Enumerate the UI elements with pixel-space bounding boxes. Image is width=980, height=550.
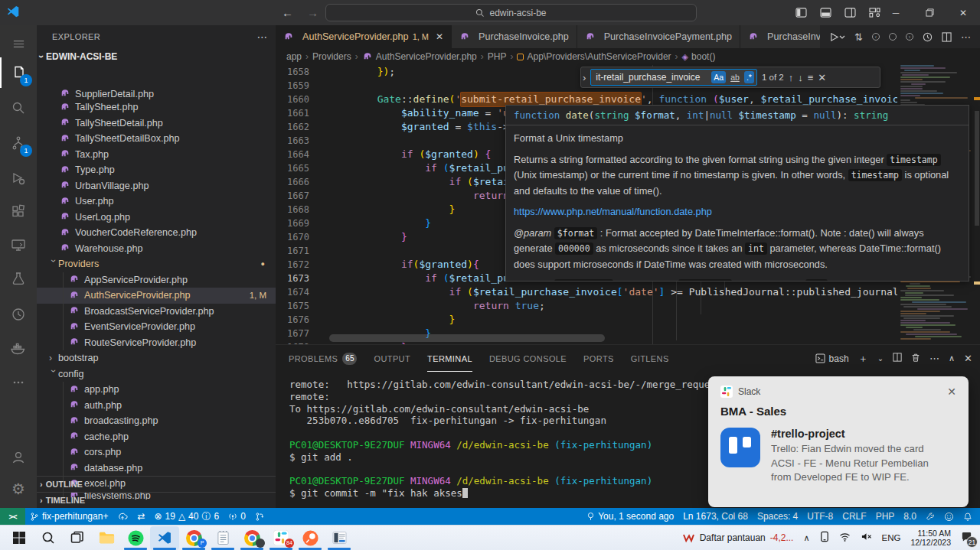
feedback-smiley-icon[interactable] <box>939 508 959 525</box>
panel-tab-debug-console[interactable]: DEBUG CONSOLE <box>489 345 567 372</box>
terminal-dropdown-icon[interactable]: ⌄ <box>877 354 884 363</box>
chrome-profile1-icon[interactable]: P <box>179 526 208 550</box>
tree-item[interactable]: VoucherCodeReference.php <box>37 225 276 241</box>
toggle-sidebar-icon[interactable] <box>795 8 807 18</box>
encoding[interactable]: UTF-8 <box>802 508 838 525</box>
account-icon[interactable] <box>0 442 37 473</box>
wrench-icon[interactable] <box>921 508 939 525</box>
sync-changes-icon[interactable] <box>113 508 132 525</box>
panel-tab-gitlens[interactable]: GITLENS <box>631 345 669 372</box>
compare-changes-icon[interactable]: ⇅ <box>854 31 863 43</box>
media-app-icon[interactable] <box>325 526 354 550</box>
indentation[interactable]: Spaces: 4 <box>753 508 802 525</box>
tree-item[interactable]: TallySheetDetail.php <box>37 116 276 132</box>
tree-folder[interactable]: ›bootstrap <box>37 350 276 366</box>
find-prev-icon[interactable]: ↑ <box>789 72 794 83</box>
find-next-icon[interactable]: ↓ <box>798 72 803 83</box>
menu-icon[interactable] <box>0 28 37 59</box>
problems-indicator[interactable]: ⊗19 △40 ⓘ6 <box>149 508 224 525</box>
panel-tab-ports[interactable]: PORTS <box>583 345 614 372</box>
settings-gear-icon[interactable]: ⚙ <box>0 474 37 504</box>
tree-item[interactable]: app.php <box>37 382 276 398</box>
toggle-replace-icon[interactable]: › <box>583 72 586 83</box>
file-history-icon[interactable] <box>923 32 933 42</box>
phone-link-icon[interactable] <box>820 531 829 545</box>
taskbar-search-icon[interactable] <box>34 526 63 550</box>
show-hidden-icons-chevron[interactable]: ∧ <box>803 533 809 543</box>
breadcrumb-item[interactable]: AuthServiceProvider.php <box>362 51 477 63</box>
slack-notification[interactable]: Slack ✕ BMA - Sales #trello-project Trel… <box>708 376 969 507</box>
find-input[interactable] <box>596 72 709 83</box>
vscode-taskbar-icon[interactable] <box>150 526 179 550</box>
notification-center-icon[interactable]: 21 <box>961 531 972 545</box>
next-change-icon[interactable]: › <box>906 33 913 41</box>
tree-item[interactable]: cache.php <box>37 429 276 445</box>
tree-item[interactable]: broadcasting.php <box>37 413 276 429</box>
tree-item[interactable]: User.php <box>37 194 276 210</box>
toggle-secondary-sidebar-icon[interactable] <box>844 8 856 18</box>
shell-selector[interactable]: bash <box>815 353 849 364</box>
tree-item[interactable]: auth.php <box>37 398 276 414</box>
new-terminal-icon[interactable]: ＋ <box>858 352 868 366</box>
horizontal-scrollbar[interactable] <box>329 334 605 342</box>
extensions-icon[interactable] <box>0 197 37 227</box>
postman-icon[interactable] <box>296 526 325 550</box>
run-debug-icon[interactable] <box>0 163 37 194</box>
close-panel-icon[interactable]: ✕ <box>964 353 972 364</box>
back-arrow-icon[interactable]: ← <box>282 6 293 19</box>
command-center-search[interactable]: edwin-acsi-be <box>325 4 697 21</box>
breadcrumb-item[interactable]: PHP <box>488 51 507 62</box>
language-indicator[interactable]: ENG <box>882 533 901 542</box>
editor-tab[interactable]: PurchaseInvoice.php <box>452 25 577 48</box>
clock-icon[interactable] <box>0 299 37 330</box>
split-terminal-icon[interactable] <box>893 353 902 364</box>
more-actions-icon[interactable]: ⋯ <box>961 31 971 43</box>
wifi-icon[interactable] <box>839 532 851 544</box>
find-in-selection-icon[interactable]: ≡ <box>808 72 814 83</box>
tree-item[interactable]: cors.php <box>37 444 276 461</box>
restore-button[interactable] <box>913 0 946 25</box>
tree-item[interactable]: TallySheetDetailBox.php <box>37 131 276 147</box>
blame-indicator[interactable]: You, 1 second ago <box>582 508 678 525</box>
search-sidebar-icon[interactable] <box>0 93 37 123</box>
close-window-button[interactable]: ✕ <box>946 0 980 25</box>
code-line[interactable]: 1674if ($retail_purchase_invoice['date']… <box>276 285 980 299</box>
whole-word-toggle[interactable]: ab <box>728 71 742 83</box>
task-view-icon[interactable] <box>63 526 92 550</box>
prev-change-icon[interactable]: ‹ <box>872 33 880 41</box>
tree-item[interactable]: UserLog.php <box>37 210 276 226</box>
git-actions-icon[interactable] <box>250 508 269 525</box>
overview-ruler[interactable] <box>974 65 980 344</box>
tree-item[interactable]: Tax.php <box>37 147 276 163</box>
taskbar-clock[interactable]: 11:50 AM 12/12/2023 <box>910 529 951 548</box>
more-views-icon[interactable] <box>0 367 37 398</box>
forward-arrow-icon[interactable]: → <box>307 6 318 19</box>
close-toast-icon[interactable]: ✕ <box>947 386 956 398</box>
volume-muted-icon[interactable] <box>861 532 872 544</box>
gitlens-compare-icon[interactable]: ⇄ <box>132 508 149 525</box>
tree-root[interactable]: › EDWIN-ACSI-BE <box>37 48 276 64</box>
close-tab-icon[interactable]: ✕ <box>436 31 443 42</box>
changes-icon[interactable] <box>889 33 897 41</box>
match-case-toggle[interactable]: Aa <box>711 71 726 83</box>
breadcrumb-item[interactable]: App\Providers\AuthServiceProvider <box>517 51 671 62</box>
liveshare-indicator[interactable]: 0 <box>224 508 250 525</box>
tree-item[interactable]: Type.php <box>37 162 276 178</box>
toggle-panel-icon[interactable] <box>820 8 831 18</box>
testing-icon[interactable] <box>0 264 37 295</box>
code-line[interactable]: 1675return true; <box>276 299 980 313</box>
outline-section[interactable]: › OUTLINE <box>37 476 276 492</box>
split-editor-icon[interactable] <box>942 32 952 42</box>
remote-indicator[interactable]: >< <box>0 508 25 525</box>
timeline-section[interactable]: › TIMELINE <box>37 492 276 508</box>
regex-toggle[interactable]: .* <box>744 71 754 83</box>
file-explorer-icon[interactable] <box>92 526 121 550</box>
cursor-position[interactable]: Ln 1673, Col 68 <box>678 508 753 525</box>
php-manual-link[interactable]: https://www.php.net/manual/function.date… <box>514 206 712 217</box>
tree-item[interactable]: AuthServiceProvider.php1, M <box>37 288 276 304</box>
tree-item[interactable]: BroadcastServiceProvider.php <box>37 304 276 320</box>
breadcrumb-item[interactable]: ◈boot() <box>682 51 716 62</box>
explorer-icon[interactable]: 1 <box>0 57 37 88</box>
spotify-icon[interactable] <box>121 526 150 550</box>
eol-sequence[interactable]: CRLF <box>838 508 871 525</box>
